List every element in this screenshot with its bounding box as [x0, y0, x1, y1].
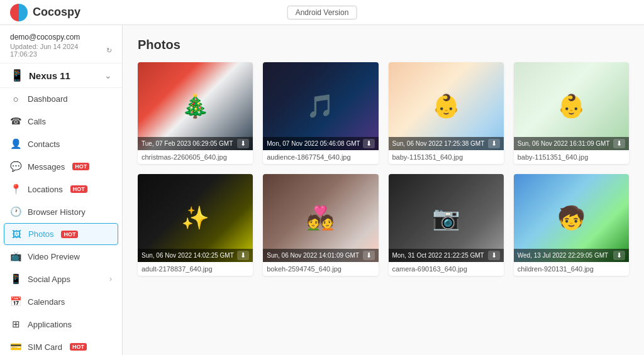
sidebar-user-section: demo@cocospy.com Updated: Jun 14 2024 17…: [0, 25, 122, 63]
download-button-3[interactable]: ⬇: [488, 139, 500, 148]
timestamp-text-4: Sun, 06 Nov 2022 16:31:09 GMT: [518, 140, 610, 147]
photo-thumb-6: 💑Sun, 06 Nov 2022 14:01:09 GMT⬇: [263, 174, 378, 262]
photo-item-8: 🧒Wed, 13 Jul 2022 22:29:05 GMT⬇children-…: [514, 174, 629, 276]
chevron-down-icon[interactable]: ⌄: [104, 70, 112, 80]
arrow-icon-social-apps: ›: [109, 275, 112, 283]
photo-item-2: 🎵Mon, 07 Nov 2022 05:46:08 GMT⬇audience-…: [263, 62, 378, 164]
timestamp-text-6: Sun, 06 Nov 2022 14:01:09 GMT: [267, 252, 359, 259]
photo-timestamp-2: Mon, 07 Nov 2022 05:46:08 GMT⬇: [263, 137, 378, 150]
sidebar-item-dashboard[interactable]: ○Dashboard: [0, 88, 122, 110]
sidebar-label-social-apps: Social Apps: [28, 275, 70, 284]
sidebar-item-sim-card[interactable]: 💳SIM CardHOT: [0, 336, 122, 355]
download-button-6[interactable]: ⬇: [363, 251, 375, 260]
nav-list: ○Dashboard☎Calls👤Contacts💬MessagesHOT📍Lo…: [0, 88, 122, 355]
photo-thumb-4: 👶Sun, 06 Nov 2022 16:31:09 GMT⬇: [514, 62, 629, 150]
photo-item-5: ✨Sun, 06 Nov 2022 14:02:25 GMT⬇adult-217…: [138, 174, 253, 276]
content-area: Photos 🎄Tue, 07 Feb 2023 06:29:05 GMT⬇ch…: [123, 25, 644, 355]
photo-filename-7: camera-690163_640.jpg: [389, 262, 504, 276]
photos-grid: 🎄Tue, 07 Feb 2023 06:29:05 GMT⬇christmas…: [138, 62, 629, 276]
photo-filename-1: christmas-2260605_640.jpg: [138, 150, 253, 164]
timestamp-text-8: Wed, 13 Jul 2022 22:29:05 GMT: [518, 252, 608, 259]
sidebar-item-calendars[interactable]: 📅Calendars: [0, 290, 122, 313]
sidebar-label-locations: Locations: [28, 185, 63, 194]
timestamp-text-1: Tue, 07 Feb 2023 06:29:05 GMT: [142, 140, 233, 147]
photo-filename-3: baby-1151351_640.jpg: [389, 150, 504, 164]
photo-thumb-5: ✨Sun, 06 Nov 2022 14:02:25 GMT⬇: [138, 174, 253, 262]
photo-filename-2: audience-1867754_640.jpg: [263, 150, 378, 164]
device-section[interactable]: 📱 Nexus 11 ⌄: [0, 63, 122, 88]
android-version-badge: Android Version: [287, 6, 357, 19]
applications-icon: ⊞: [10, 319, 21, 330]
photo-timestamp-3: Sun, 06 Nov 2022 17:25:38 GMT⬇: [389, 137, 504, 150]
sidebar-item-locations[interactable]: 📍LocationsHOT: [0, 178, 122, 200]
photo-timestamp-5: Sun, 06 Nov 2022 14:02:25 GMT⬇: [138, 249, 253, 262]
photo-filename-6: bokeh-2594745_640.jpg: [263, 262, 378, 276]
sidebar-label-contacts: Contacts: [28, 139, 60, 149]
photo-filename-5: adult-2178837_640.jpg: [138, 262, 253, 276]
photo-item-6: 💑Sun, 06 Nov 2022 14:01:09 GMT⬇bokeh-259…: [263, 174, 378, 276]
device-icon: 📱: [10, 68, 24, 82]
photo-timestamp-1: Tue, 07 Feb 2023 06:29:05 GMT⬇: [138, 137, 253, 150]
sidebar-label-photos: Photos: [28, 229, 53, 239]
page-title: Photos: [138, 38, 629, 52]
sidebar: demo@cocospy.com Updated: Jun 14 2024 17…: [0, 25, 123, 355]
update-time: Updated: Jun 14 2024 17:06:23 ↻: [10, 43, 112, 58]
photo-thumb-8: 🧒Wed, 13 Jul 2022 22:29:05 GMT⬇: [514, 174, 629, 262]
photo-item-1: 🎄Tue, 07 Feb 2023 06:29:05 GMT⬇christmas…: [138, 62, 253, 164]
top-bar: Cocospy Android Version: [0, 0, 644, 25]
logo-text: Cocospy: [33, 6, 80, 19]
sidebar-item-social-apps[interactable]: 📱Social Apps›: [0, 268, 122, 290]
refresh-icon[interactable]: ↻: [106, 46, 112, 55]
sidebar-label-calls: Calls: [28, 117, 46, 126]
photos-icon: 🖼: [11, 229, 22, 239]
sidebar-label-browser-history: Browser History: [28, 207, 86, 217]
video-preview-icon: 📺: [10, 251, 21, 262]
hot-badge-photos: HOT: [61, 231, 78, 238]
download-button-2[interactable]: ⬇: [363, 139, 375, 148]
photo-thumb-7: 📷Mon, 31 Oct 2022 21:22:25 GMT⬇: [389, 174, 504, 262]
user-email: demo@cocospy.com: [10, 33, 112, 41]
photo-item-4: 👶Sun, 06 Nov 2022 16:31:09 GMT⬇baby-1151…: [514, 62, 629, 164]
photo-timestamp-8: Wed, 13 Jul 2022 22:29:05 GMT⬇: [514, 249, 629, 262]
timestamp-text-5: Sun, 06 Nov 2022 14:02:25 GMT: [142, 252, 234, 259]
sidebar-item-applications[interactable]: ⊞Applications: [0, 313, 122, 336]
hot-badge-sim-card: HOT: [70, 343, 87, 351]
timestamp-text-3: Sun, 06 Nov 2022 17:25:38 GMT: [392, 140, 485, 147]
main-layout: demo@cocospy.com Updated: Jun 14 2024 17…: [0, 25, 644, 355]
sidebar-item-messages[interactable]: 💬MessagesHOT: [0, 155, 122, 178]
photo-thumb-1: 🎄Tue, 07 Feb 2023 06:29:05 GMT⬇: [138, 62, 253, 150]
download-button-4[interactable]: ⬇: [613, 139, 625, 148]
device-info: 📱 Nexus 11: [10, 68, 70, 82]
sidebar-item-photos[interactable]: 🖼PhotosHOT: [4, 223, 118, 245]
calls-icon: ☎: [10, 116, 21, 127]
hot-badge-locations: HOT: [70, 185, 87, 193]
download-button-1[interactable]: ⬇: [237, 139, 249, 148]
timestamp-text-7: Mon, 31 Oct 2022 21:22:25 GMT: [392, 252, 484, 259]
locations-icon: 📍: [10, 183, 21, 195]
device-name: Nexus 11: [29, 70, 70, 81]
sidebar-label-dashboard: Dashboard: [28, 94, 68, 104]
download-button-8[interactable]: ⬇: [613, 251, 625, 260]
timestamp-text-2: Mon, 07 Nov 2022 05:46:08 GMT: [267, 140, 360, 147]
dashboard-icon: ○: [10, 94, 21, 104]
photo-timestamp-4: Sun, 06 Nov 2022 16:31:09 GMT⬇: [514, 137, 629, 150]
photo-filename-8: children-920131_640.jpg: [514, 262, 629, 276]
sidebar-item-video-preview[interactable]: 📺Video Preview: [0, 245, 122, 268]
sim-card-icon: 💳: [10, 341, 21, 352]
sidebar-item-calls[interactable]: ☎Calls: [0, 110, 122, 133]
download-button-5[interactable]: ⬇: [237, 251, 249, 260]
photo-timestamp-6: Sun, 06 Nov 2022 14:01:09 GMT⬇: [263, 249, 378, 262]
sidebar-label-applications: Applications: [28, 320, 72, 329]
photo-item-3: 👶Sun, 06 Nov 2022 17:25:38 GMT⬇baby-1151…: [389, 62, 504, 164]
calendars-icon: 📅: [10, 296, 21, 307]
hot-badge-messages: HOT: [72, 163, 89, 170]
sidebar-label-video-preview: Video Preview: [28, 252, 80, 261]
logo-icon: [10, 4, 28, 21]
download-button-7[interactable]: ⬇: [488, 251, 500, 260]
sidebar-item-browser-history[interactable]: 🕐Browser History: [0, 200, 122, 223]
photo-filename-4: baby-1151351_640.jpg: [514, 150, 629, 164]
social-apps-icon: 📱: [10, 273, 21, 285]
sidebar-item-contacts[interactable]: 👤Contacts: [0, 133, 122, 155]
photo-item-7: 📷Mon, 31 Oct 2022 21:22:25 GMT⬇camera-69…: [389, 174, 504, 276]
browser-history-icon: 🕐: [10, 206, 21, 217]
